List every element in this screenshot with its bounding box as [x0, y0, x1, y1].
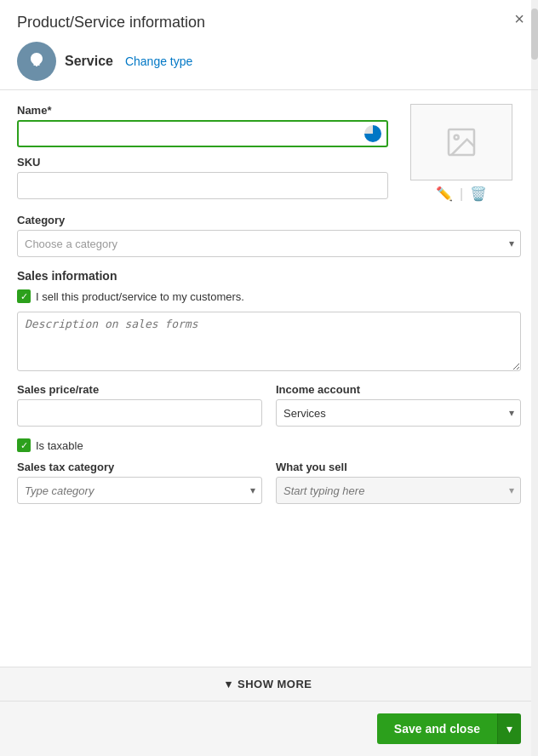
- taxable-checkbox[interactable]: [17, 438, 31, 452]
- svg-point-1: [455, 135, 459, 140]
- name-input[interactable]: [17, 120, 388, 147]
- service-label: Service: [65, 54, 113, 69]
- tax-category-input[interactable]: [17, 477, 262, 504]
- save-dropdown-button[interactable]: ▾: [497, 713, 521, 744]
- sales-section: Sales information I sell this product/se…: [17, 269, 521, 375]
- modal-title: Product/Service information: [17, 14, 521, 32]
- tax-category-label: Sales tax category: [17, 461, 262, 473]
- price-income-row: Sales price/rate Income account Services…: [17, 383, 521, 427]
- name-image-row: Name* SKU: [17, 104, 521, 202]
- show-more-label: SHOW MORE: [238, 678, 312, 690]
- change-type-link[interactable]: Change type: [125, 54, 192, 68]
- tax-category-col: Sales tax category ▾: [17, 461, 262, 504]
- sell-checkbox-row[interactable]: I sell this product/service to my custom…: [17, 289, 521, 303]
- sku-label: SKU: [17, 156, 388, 169]
- description-field[interactable]: [17, 312, 521, 371]
- save-button[interactable]: Save and close: [377, 713, 497, 744]
- what-sell-wrapper: ▾: [276, 477, 521, 504]
- type-row: Service Change type: [17, 42, 521, 81]
- tax-category-wrapper: ▾: [17, 477, 262, 504]
- edit-icon[interactable]: ✏️: [436, 186, 453, 202]
- what-sell-input[interactable]: [276, 477, 521, 504]
- show-more-bar[interactable]: ▾ SHOW MORE: [0, 667, 538, 701]
- category-select[interactable]: Choose a category: [17, 230, 521, 257]
- name-input-wrapper: [17, 120, 388, 147]
- category-select-wrapper: Choose a category ▾: [17, 230, 521, 257]
- name-label: Name*: [17, 104, 388, 117]
- income-account-select[interactable]: Services: [276, 399, 521, 427]
- sales-price-col: Sales price/rate: [17, 383, 262, 427]
- tax-sell-row: Sales tax category ▾ What you sell ▾: [17, 461, 521, 504]
- name-col: Name* SKU: [17, 104, 388, 202]
- what-sell-col: What you sell ▾: [276, 461, 521, 504]
- sales-price-input[interactable]: [17, 399, 262, 427]
- modal-header: Product/Service information × Service Ch…: [0, 0, 538, 90]
- scrollbar[interactable]: [531, 0, 538, 756]
- service-icon: [17, 42, 56, 81]
- what-sell-label: What you sell: [276, 461, 521, 473]
- sales-section-title: Sales information: [17, 269, 521, 283]
- income-account-wrapper: Services ▾: [276, 399, 521, 427]
- taxable-row[interactable]: Is taxable: [17, 438, 521, 452]
- save-btn-group: Save and close ▾: [377, 713, 521, 744]
- loading-spinner: [364, 125, 381, 142]
- taxable-label: Is taxable: [36, 439, 83, 452]
- image-placeholder: [410, 104, 512, 180]
- sku-section: SKU: [17, 156, 388, 199]
- show-more-chevron-icon: ▾: [226, 678, 232, 690]
- product-service-modal: Product/Service information × Service Ch…: [0, 0, 538, 756]
- sales-price-label: Sales price/rate: [17, 383, 262, 396]
- sku-input[interactable]: [17, 172, 388, 199]
- sell-checkbox-label: I sell this product/service to my custom…: [36, 290, 244, 303]
- income-account-col: Income account Services ▾: [276, 383, 521, 427]
- delete-icon[interactable]: 🗑️: [470, 186, 487, 202]
- sell-checkbox[interactable]: [17, 289, 31, 303]
- image-actions: ✏️ | 🗑️: [436, 186, 487, 202]
- income-account-label: Income account: [276, 383, 521, 396]
- close-button[interactable]: ×: [514, 10, 524, 27]
- image-col: ✏️ | 🗑️: [402, 104, 521, 202]
- footer: Save and close ▾: [0, 701, 538, 756]
- category-label: Category: [17, 214, 521, 226]
- category-section: Category Choose a category ▾: [17, 214, 521, 257]
- modal-body: Name* SKU: [0, 90, 538, 667]
